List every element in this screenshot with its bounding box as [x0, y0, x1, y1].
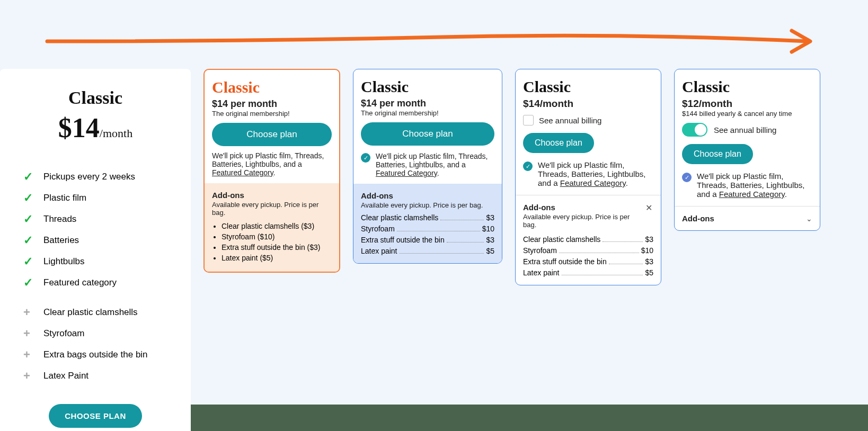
addon-item: Clear plastic clamshells ($3) [222, 222, 332, 230]
checkbox-icon[interactable] [523, 115, 534, 125]
addons-title: Add-ons [361, 191, 494, 200]
addon-row: Extra stuff outside the bin$3 [361, 236, 494, 245]
feature-item: ✓Batteries [23, 234, 167, 247]
check-icon: ✓ [23, 234, 35, 247]
divider [675, 206, 820, 206]
choose-plan-button[interactable]: Choose plan [523, 133, 594, 153]
featured-category-link[interactable]: Featured Category [376, 169, 437, 177]
addons-subtitle: Available every pickup. Price is per bag… [212, 201, 332, 217]
addon-row: Styrofoam$10 [361, 225, 494, 234]
feature-item: ✓Plastic film [23, 191, 167, 205]
addons-header: Add-ons Available every pickup. Price is… [523, 203, 653, 233]
featured-category-link[interactable]: Featured Category [212, 168, 273, 177]
plan-title: Classic [212, 78, 332, 96]
plan-price: $14/month [23, 112, 167, 143]
feature-item: ✓Featured category [23, 276, 167, 290]
divider [516, 195, 661, 195]
check-icon: ✓ [23, 255, 35, 268]
choose-plan-button[interactable]: Choose plan [212, 123, 332, 146]
plus-icon: + [23, 327, 35, 340]
check-icon: ✓ [23, 191, 35, 205]
plus-icon: + [23, 369, 35, 383]
close-icon[interactable]: ✕ [644, 203, 653, 213]
plus-icon: + [23, 306, 35, 319]
check-icon: ✓ [23, 276, 35, 290]
addons-title: Add-ons [523, 203, 644, 212]
addon-item: +Clear plastic clamshells [23, 306, 167, 319]
addon-item: Styrofoam ($10) [222, 232, 332, 241]
addons-title: Add-ons [682, 214, 714, 223]
addon-row: Clear plastic clamshells$3 [361, 213, 494, 222]
plan-price: $14 per month [212, 98, 332, 110]
featured-category-link[interactable]: Featured Category [560, 178, 626, 187]
addon-item: +Extra bags outside the bin [23, 348, 167, 362]
plan-description: We'll pick up Plastic film, Threads, Bat… [212, 151, 332, 177]
check-circle-icon: ✓ [523, 161, 533, 171]
check-icon: ✓ [23, 212, 35, 226]
plan-description: ✓ We'll pick up Plastic film, Threads, B… [523, 160, 653, 187]
addons-list: Clear plastic clamshells ($3) Styrofoam … [222, 222, 332, 262]
plan-title: Classic [682, 78, 812, 96]
toggle-switch[interactable] [682, 123, 707, 137]
plan-tagline: The original membership! [212, 110, 332, 118]
addon-row: Extra stuff outside the bin$3 [523, 257, 653, 266]
arrow-decoration [0, 0, 868, 64]
plan-title: Classic [361, 78, 494, 96]
feature-item: ✓Lightbulbs [23, 255, 167, 268]
plan-title: Classic [523, 78, 653, 96]
addon-item: +Styrofoam [23, 327, 167, 340]
addons-list: +Clear plastic clamshells +Styrofoam +Ex… [23, 306, 167, 383]
check-icon: ✓ [23, 170, 35, 184]
check-circle-icon: ✓ [361, 153, 370, 163]
features-list: ✓Pickups every 2 weeks ✓Plastic film ✓Th… [23, 170, 167, 290]
choose-plan-button[interactable]: Choose plan [682, 144, 753, 164]
check-circle-icon: ✓ [682, 173, 692, 182]
addon-row: Latex paint$5 [523, 268, 653, 277]
addons-toggle[interactable]: Add-ons ⌄ [682, 214, 812, 223]
plan-tagline: The original membership! [361, 109, 494, 117]
addons-subtitle: Available every pickup. Price is per bag… [361, 201, 494, 209]
pricing-card-classic-v1: Classic $14/month ✓Pickups every 2 weeks… [0, 69, 191, 431]
pricing-card-classic-v3: Classic $14 per month The original membe… [353, 69, 502, 264]
addon-item: Latex paint ($5) [222, 254, 332, 262]
annual-billing-checkbox-row[interactable]: See annual billing [523, 115, 653, 125]
addon-row: Latex paint$5 [361, 247, 494, 256]
pricing-card-classic-v2: Classic $14 per month The original membe… [203, 69, 340, 273]
choose-plan-button[interactable]: Choose plan [361, 122, 494, 146]
pricing-card-classic-v5: Classic $12/month $144 billed yearly & c… [674, 69, 820, 231]
addon-row: Styrofoam$10 [523, 246, 653, 255]
plan-title: Classic [23, 88, 167, 108]
pricing-cards-row: Classic $14/month ✓Pickups every 2 weeks… [0, 64, 868, 431]
plan-price: $12/month [682, 98, 812, 110]
plan-price: $14/month [523, 98, 653, 110]
addons-title: Add-ons [212, 191, 332, 200]
plan-description: ✓ We'll pick up Plastic film, Threads, B… [361, 152, 494, 177]
addons-section: Add-ons Available every pickup. Price is… [205, 183, 339, 272]
addon-item: +Latex Paint [23, 369, 167, 383]
addons-section: Add-ons Available every pickup. Price is… [353, 184, 502, 263]
annual-billing-toggle-row[interactable]: See annual billing [682, 123, 812, 137]
feature-item: ✓Threads [23, 212, 167, 226]
plan-price: $14 per month [361, 98, 494, 109]
plan-description: ✓ We'll pick up Plastic film, Threads, B… [682, 172, 812, 199]
pricing-card-classic-v4: Classic $14/month See annual billing Cho… [515, 69, 661, 285]
plan-sub: $144 billed yearly & cancel any time [682, 110, 812, 118]
addon-item: Extra stuff outside the bin ($3) [222, 243, 332, 252]
feature-item: ✓Pickups every 2 weeks [23, 170, 167, 184]
arrow-icon [42, 26, 826, 58]
chevron-down-icon: ⌄ [806, 214, 812, 223]
plus-icon: + [23, 348, 35, 362]
addons-subtitle: Available every pickup. Price is per bag… [523, 213, 644, 229]
addon-row: Clear plastic clamshells$3 [523, 235, 653, 244]
choose-plan-button[interactable]: CHOOSE PLAN [49, 404, 142, 428]
featured-category-link[interactable]: Featured Category [719, 190, 785, 199]
